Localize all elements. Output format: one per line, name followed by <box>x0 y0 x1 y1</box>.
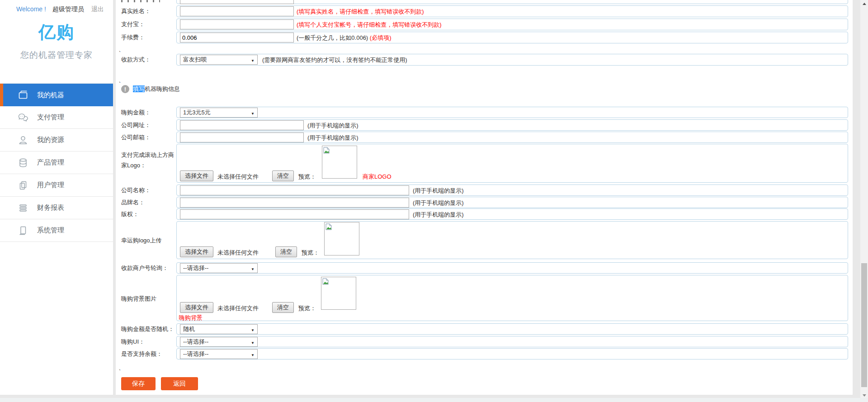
broken-image-icon <box>323 147 330 154</box>
report-icon <box>17 202 29 214</box>
copy-icon <box>17 180 29 191</box>
merchant-polling-select[interactable]: --请选择-- <box>180 263 258 273</box>
balance-support-label: 是否支持余额： <box>121 350 162 358</box>
save-button[interactable]: 保存 <box>121 377 156 390</box>
haigou-random-select[interactable]: 随机 <box>180 324 258 334</box>
haigou-bg-preview-label: 预览： <box>298 304 316 312</box>
company-email-hint: (用于手机端的显示) <box>307 134 359 142</box>
alipay-label: 支付宝： <box>121 20 145 28</box>
sidebar-item-payment[interactable]: 支付管理 <box>0 106 113 129</box>
app-window: Welcome ! 超级管理员 退出 亿购 您的机器管理专家 我的机器 <box>0 0 868 402</box>
sidebar-item-label: 用户管理 <box>37 181 64 189</box>
broken-image-icon <box>326 223 332 230</box>
sidebar-item-users[interactable]: 用户管理 <box>0 174 113 197</box>
payment-method-hint: (需要跟网商富友签约的才可以，没有签约不能正常使用) <box>262 56 407 64</box>
scroll-up-arrow-icon[interactable] <box>860 0 868 7</box>
haigou-amount-select[interactable]: 1元3元5元 <box>180 108 258 118</box>
sidebar-item-label: 系统管理 <box>37 226 64 235</box>
topbar: Welcome ! 超级管理员 退出 <box>0 0 113 14</box>
form-row-haigou-bg <box>176 275 848 321</box>
haigou-bg-clear-button[interactable]: 清空 <box>272 302 294 313</box>
form-row-haigou-amount <box>176 107 848 118</box>
alipay-hint: (填写个人支付宝帐号，请仔细检查，填写错误收不到款) <box>297 21 442 29</box>
broken-image-icon <box>322 278 329 285</box>
wechat-pay-icon <box>17 112 29 123</box>
haigou-bg-no-file-text: 未选择任何文件 <box>217 304 259 312</box>
brand: 亿购 您的机器管理专家 <box>0 21 113 61</box>
merchant-polling-value: --请选择-- <box>183 264 208 272</box>
haigou-bg-preview-image <box>321 277 356 310</box>
sidebar-item-label: 产品管理 <box>37 158 64 167</box>
company-url-label: 公司网址： <box>121 121 151 129</box>
form-row-haigou-random <box>176 323 848 335</box>
chevron-down-icon <box>251 326 255 333</box>
haigou-ui-label: 嗨购UI： <box>121 338 145 346</box>
sidebar-item-system[interactable]: 系统管理 <box>0 219 113 242</box>
lucky-logo-choose-file-button[interactable]: 选择文件 <box>180 246 213 257</box>
brand-tagline: 您的机器管理专家 <box>0 49 113 61</box>
merchant-logo-choose-file-button[interactable]: 选择文件 <box>180 170 213 181</box>
copyright-label: 版权： <box>121 210 139 218</box>
back-button[interactable]: 返回 <box>161 377 198 390</box>
company-name-input[interactable] <box>180 185 409 195</box>
separator-mark: 、 <box>118 76 124 84</box>
vertical-scrollbar[interactable] <box>860 0 868 400</box>
fee-label: 手续费： <box>121 33 145 42</box>
merchant-logo-preview-image <box>322 146 357 179</box>
brand-name-input[interactable] <box>180 198 409 208</box>
company-email-input[interactable] <box>180 132 304 142</box>
company-email-label: 公司邮箱： <box>121 133 151 142</box>
company-url-hint: (用于手机端的显示) <box>307 122 359 130</box>
sidebar-item-label: 我的资源 <box>37 136 64 144</box>
info-icon: ! <box>121 85 129 93</box>
lucky-logo-preview-label: 预览： <box>302 249 319 257</box>
balance-support-select[interactable]: --请选择-- <box>180 349 258 359</box>
chevron-down-icon <box>251 109 255 116</box>
haigou-random-label: 嗨购金额是否随机： <box>121 325 174 333</box>
sidebar-item-reports[interactable]: 财务报表 <box>0 197 113 219</box>
fee-input[interactable] <box>180 33 294 43</box>
sidebar-item-label: 我的机器 <box>37 91 64 99</box>
brand-name-hint: (用于手机端的显示) <box>413 199 464 207</box>
clipped-label-fragment <box>121 0 160 2</box>
payment-method-value: 富友扫呗 <box>183 56 207 64</box>
form-row-haigou-ui <box>176 336 848 347</box>
sidebar-item-label: 财务报表 <box>37 203 64 212</box>
sidebar-item-my-resources[interactable]: 我的资源 <box>0 129 113 151</box>
scrollbar-thumb[interactable] <box>861 263 867 387</box>
chevron-down-icon <box>251 351 255 358</box>
sidebar-item-products[interactable]: 产品管理 <box>0 151 113 174</box>
payment-method-select[interactable]: 富友扫呗 <box>180 55 258 65</box>
real-name-input[interactable] <box>180 6 294 16</box>
haigou-amount-value: 1元3元5元 <box>183 109 211 117</box>
company-url-input[interactable] <box>180 120 304 130</box>
fee-hint: (一般千分之几，比如0.006) (必填项) <box>297 34 392 42</box>
real-name-label: 真实姓名： <box>121 7 151 15</box>
section-heading: ! 填写机器嗨购信息 <box>121 85 180 93</box>
form-row-merchant-polling <box>176 262 848 274</box>
payment-method-label: 收款方式： <box>121 56 151 64</box>
copyright-input[interactable] <box>180 209 409 219</box>
form-panel: 真实姓名： (填写真实姓名，请仔细检查，填写错误收不到款) 支付宝： (填写个人… <box>116 0 853 395</box>
balance-support-value: --请选择-- <box>183 350 208 358</box>
sidebar-item-my-machines[interactable]: 我的机器 <box>0 84 113 106</box>
haigou-amount-label: 嗨购金额： <box>121 109 151 117</box>
chevron-down-icon <box>251 339 255 345</box>
alipay-input[interactable] <box>180 19 294 29</box>
haigou-ui-select[interactable]: --请选择-- <box>180 337 258 347</box>
machine-icon <box>17 89 29 101</box>
database-icon <box>17 157 29 169</box>
fee-required-note: (必填项) <box>370 34 392 41</box>
lucky-logo-clear-button[interactable]: 清空 <box>275 246 297 257</box>
copyright-hint: (用于手机端的显示) <box>413 211 464 219</box>
merchant-logo-label: 支付完成滚动上方商家Logo： <box>121 150 176 171</box>
clipped-input[interactable] <box>180 0 294 4</box>
merchant-logo-clear-button[interactable]: 清空 <box>272 170 294 181</box>
company-name-label: 公司名称： <box>121 186 151 194</box>
logout-link[interactable]: 退出 <box>91 5 104 13</box>
haigou-bg-choose-file-button[interactable]: 选择文件 <box>180 302 213 313</box>
haigou-ui-value: --请选择-- <box>183 338 208 346</box>
lucky-logo-preview-image <box>324 222 359 255</box>
username: 超级管理员 <box>52 5 84 13</box>
chevron-down-icon <box>251 57 255 63</box>
